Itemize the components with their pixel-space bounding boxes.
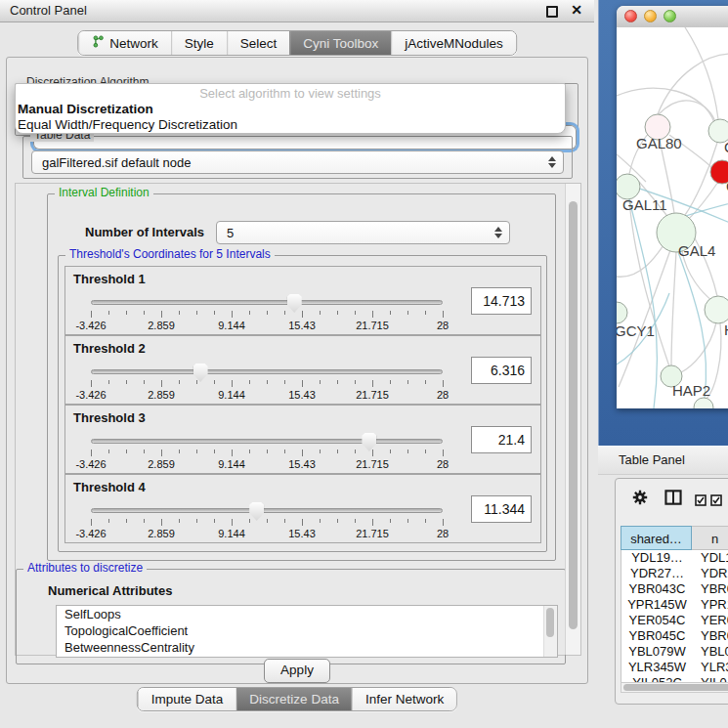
attribute-list-item[interactable]: TopologicalCoefficient xyxy=(57,622,557,639)
slider-tick xyxy=(443,519,444,526)
slider-track[interactable] xyxy=(91,369,443,374)
apply-button[interactable]: Apply xyxy=(264,659,330,683)
network-node[interactable] xyxy=(694,398,713,408)
tab-cyni-toolbox[interactable]: Cyni Toolbox xyxy=(289,31,391,55)
slider-tick xyxy=(320,519,321,523)
tab-style[interactable]: Style xyxy=(171,31,227,55)
slider-track[interactable] xyxy=(91,300,443,305)
slider-tick xyxy=(372,450,373,456)
table-row[interactable]: YBR045CYBR0 xyxy=(621,628,728,644)
group-title: Attributes to discretize xyxy=(23,561,147,575)
threshold-slider[interactable]: -3.4262.8599.14415.4321.71528 xyxy=(91,364,443,401)
threshold-value-field[interactable]: 21.4 xyxy=(471,426,532,453)
table-row[interactable]: YLR345WYLR3 xyxy=(621,660,728,675)
network-window-titlebar[interactable] xyxy=(617,6,728,28)
attributes-items: SelfLoopsTopologicalCoefficientBetweenne… xyxy=(57,606,557,656)
threshold-slider[interactable]: -3.4262.8599.14415.4321.71528 xyxy=(91,294,443,331)
threshold-label: Threshold 3 xyxy=(73,410,146,425)
slider-tick-labels: -3.4262.8599.14415.4321.71528 xyxy=(91,528,443,539)
table-row[interactable]: YDL19…YDL1 xyxy=(621,550,728,566)
network-node[interactable] xyxy=(705,296,728,323)
slider-tick xyxy=(126,380,127,384)
tab-network[interactable]: Network xyxy=(78,31,171,55)
threshold-slider[interactable]: -3.4262.8599.14415.4321.71528 xyxy=(91,502,443,539)
cell-name: YBR0 xyxy=(701,628,728,644)
attribute-list-item[interactable]: SelfLoops xyxy=(57,606,557,622)
gear-icon[interactable] xyxy=(631,489,649,510)
threshold-slider[interactable]: -3.4262.8599.14415.4321.71528 xyxy=(91,433,443,470)
table-row[interactable]: YBL079WYBL0 xyxy=(621,644,728,660)
slider-tick xyxy=(302,380,303,387)
settings-scroll-area: Interval Definition Number of Intervals … xyxy=(15,183,581,656)
network-view-window[interactable]: GAL80GACGAL11GAL4GCY1HHAP2 xyxy=(617,6,728,408)
slider-track[interactable] xyxy=(91,508,443,513)
node-table[interactable]: YDL19…YDL1YDR27…YDR2YBR043CYBR0YPR145WYP… xyxy=(621,550,728,683)
slider-tick xyxy=(144,450,145,453)
slider-tick xyxy=(232,450,233,456)
slider-tick xyxy=(337,380,338,384)
tab-jactivemnodules[interactable]: jActiveMNodules xyxy=(391,31,516,55)
tab-impute-data[interactable]: Impute Data xyxy=(138,688,236,710)
slider-tick xyxy=(355,380,356,384)
num-intervals-combobox[interactable]: 5 xyxy=(216,221,510,244)
table-row[interactable]: YBR043CYBR0 xyxy=(621,581,728,597)
dropdown-option[interactable]: Manual Discretization xyxy=(16,102,565,117)
node-label: HAP2 xyxy=(672,382,710,399)
vertical-scrollbar[interactable] xyxy=(565,184,580,655)
control-panel-titlebar: Control Panel ✕ xyxy=(0,0,594,22)
cell-shared-name: YPR145W xyxy=(621,597,693,613)
threshold-value-field[interactable]: 14.713 xyxy=(471,287,532,315)
slider-tick-label: 9.144 xyxy=(218,458,245,470)
slider-tick xyxy=(320,380,321,384)
threshold-value-field[interactable]: 11.344 xyxy=(471,495,532,523)
slider-tick xyxy=(302,311,303,318)
table-horizontal-scrollbar[interactable] xyxy=(621,682,728,693)
tab-select[interactable]: Select xyxy=(227,31,290,55)
tab-infer-network[interactable]: Infer Network xyxy=(352,688,456,710)
column-header-name[interactable]: n xyxy=(692,526,728,550)
slider-track[interactable] xyxy=(91,439,443,444)
threshold-value-field[interactable]: 6.316 xyxy=(471,357,532,384)
slider-ticks xyxy=(91,380,443,388)
checkbox-checked-icon[interactable] xyxy=(710,492,722,510)
slider-tick-label: 15.43 xyxy=(288,320,316,331)
slider-tick-label: 15.43 xyxy=(288,458,316,470)
column-header-shared-name[interactable]: shared… xyxy=(621,526,692,550)
list-vertical-scrollbar[interactable] xyxy=(543,606,557,657)
slider-tick xyxy=(407,380,408,384)
cell-shared-name: YER054C xyxy=(621,613,693,628)
network-desktop: GAL80GACGAL11GAL4GCY1HHAP2 xyxy=(598,0,728,446)
minimize-traffic-light-icon[interactable] xyxy=(644,10,657,22)
split-column-icon[interactable] xyxy=(664,490,682,509)
attribute-list-item[interactable]: BetweennessCentrality xyxy=(57,639,557,656)
slider-tick xyxy=(196,519,197,523)
tab-discretize-data[interactable]: Discretize Data xyxy=(236,688,352,710)
attributes-list[interactable]: SelfLoopsTopologicalCoefficientBetweenne… xyxy=(56,605,558,658)
slider-tick xyxy=(91,450,92,456)
combobox-value: 5 xyxy=(227,226,234,240)
table-row[interactable]: YER054CYER0 xyxy=(621,613,728,628)
slider-tick xyxy=(355,450,356,453)
table-row[interactable]: YDR27…YDR2 xyxy=(621,566,728,581)
close-icon[interactable]: ✕ xyxy=(571,2,582,18)
scrollbar-thumb[interactable] xyxy=(569,201,578,629)
cell-name: YER0 xyxy=(701,613,728,628)
tab-label: Network xyxy=(109,36,158,51)
network-canvas[interactable]: GAL80GACGAL11GAL4GCY1HHAP2 xyxy=(617,27,728,408)
network-node[interactable] xyxy=(617,302,627,323)
slider-ticks xyxy=(91,450,443,457)
slider-tick-label: -3.426 xyxy=(75,320,106,331)
chevron-up-down-icon xyxy=(494,227,502,238)
float-icon[interactable] xyxy=(546,6,558,18)
network-icon xyxy=(92,35,105,51)
table-data-combobox[interactable]: galFiltered.sif default node xyxy=(31,150,564,174)
slider-tick xyxy=(372,311,373,318)
slider-tick-label: 15.43 xyxy=(288,389,316,401)
table-row[interactable]: YPR145WYPR1 xyxy=(621,597,728,613)
slider-tick-label: 28 xyxy=(437,389,449,401)
cell-shared-name: YDL19… xyxy=(621,550,693,566)
checkbox-checked-icon[interactable] xyxy=(695,492,707,510)
zoom-traffic-light-icon[interactable] xyxy=(664,10,676,22)
dropdown-option[interactable]: Equal Width/Frequency Discretization xyxy=(16,117,565,133)
close-traffic-light-icon[interactable] xyxy=(624,10,637,22)
